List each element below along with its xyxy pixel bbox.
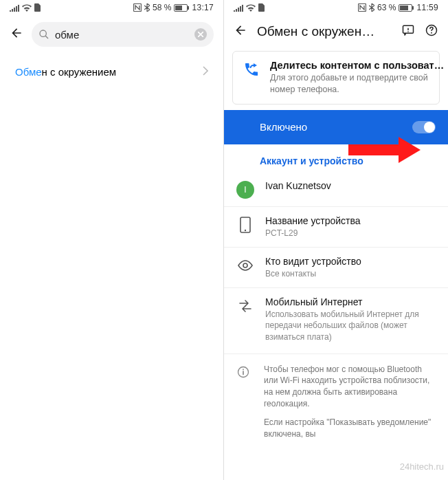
- search-result-label: Обмен с окружением: [15, 66, 116, 78]
- battery-percent: 63 %: [377, 3, 396, 12]
- wifi-icon: [246, 4, 256, 12]
- svg-rect-8: [412, 6, 414, 10]
- signal-icon: [10, 4, 19, 12]
- info-icon: [236, 364, 254, 440]
- data-transfer-icon: [236, 296, 254, 314]
- toggle-switch[interactable]: [412, 121, 436, 133]
- svg-line-5: [45, 36, 48, 39]
- mobile-data-value: Использовать мобильный Интернет для пере…: [265, 309, 436, 342]
- svg-point-16: [245, 230, 246, 231]
- account-row[interactable]: I Ivan Kuznetsov: [224, 172, 448, 206]
- mobile-data-row[interactable]: Мобильный Интернет Использовать мобильны…: [224, 287, 448, 351]
- search-input[interactable]: обме: [32, 22, 214, 47]
- visibility-value: Все контакты: [265, 268, 436, 279]
- device-name-title: Название устройства: [265, 215, 436, 226]
- status-bar: 63 % 11:59: [224, 0, 448, 15]
- search-query: обме: [55, 29, 189, 41]
- svg-point-14: [431, 32, 432, 34]
- battery-icon: [174, 4, 189, 12]
- feedback-icon[interactable]: [401, 23, 415, 40]
- verify-phone-card[interactable]: Делитесь контентом с пользоват… Для этог…: [232, 51, 440, 105]
- info-paragraph-1: Чтобы телефон мог с помощью Bluetooth ил…: [264, 364, 436, 410]
- clock: 11:59: [416, 3, 438, 12]
- svg-rect-20: [243, 371, 244, 375]
- chevron-right-icon: [203, 66, 208, 78]
- battery-icon: [399, 4, 414, 12]
- battery-percent: 58 %: [153, 3, 171, 12]
- card-subtitle: Для этого добавьте и подтвердите свой но…: [270, 72, 444, 96]
- visibility-row[interactable]: Кто видит устройство Все контакты: [224, 247, 448, 287]
- info-footer: Чтобы телефон мог с помощью Bluetooth ил…: [224, 353, 448, 440]
- avatar: I: [236, 181, 254, 199]
- clock: 13:17: [192, 3, 214, 12]
- card-title: Делитесь контентом с пользоват…: [270, 60, 444, 71]
- back-button[interactable]: [10, 26, 23, 43]
- svg-point-17: [243, 263, 247, 268]
- svg-rect-9: [400, 6, 408, 10]
- phone-share-icon: [243, 60, 260, 78]
- signal-icon: [234, 4, 243, 12]
- status-bar: 58 % 13:17: [0, 0, 223, 15]
- bluetooth-icon: [369, 3, 374, 12]
- svg-rect-2: [188, 6, 189, 10]
- clear-icon[interactable]: [194, 28, 207, 41]
- svg-point-4: [40, 30, 46, 36]
- device-name-value: PCT-L29: [265, 228, 436, 239]
- device-name-row[interactable]: Название устройства PCT-L29: [224, 206, 448, 247]
- info-paragraph-2: Если настройка "Показывать уведомление" …: [264, 417, 436, 440]
- account-name: Ivan Kuznetsov: [265, 180, 436, 191]
- page-title: Обмен с окружен…: [257, 24, 392, 39]
- visibility-title: Кто видит устройство: [265, 256, 436, 267]
- nfc-icon: [133, 3, 142, 12]
- eye-icon: [236, 256, 254, 274]
- annotation-arrow: [345, 134, 421, 166]
- sim-icon: [258, 3, 265, 12]
- toggle-label: Включено: [260, 121, 307, 133]
- help-icon[interactable]: [425, 23, 438, 40]
- svg-rect-3: [175, 6, 182, 10]
- sim-icon: [34, 3, 41, 12]
- wifi-icon: [22, 4, 32, 12]
- bluetooth-icon: [144, 3, 150, 12]
- device-icon: [236, 215, 254, 233]
- svg-point-19: [243, 369, 244, 370]
- mobile-data-title: Мобильный Интернет: [265, 296, 436, 307]
- search-icon: [38, 29, 49, 40]
- nfc-icon: [358, 3, 366, 12]
- watermark: 24hitech.ru: [400, 461, 444, 472]
- back-button[interactable]: [234, 23, 247, 40]
- search-result-item[interactable]: Обмен с окружением: [0, 54, 223, 90]
- svg-point-12: [407, 31, 409, 32]
